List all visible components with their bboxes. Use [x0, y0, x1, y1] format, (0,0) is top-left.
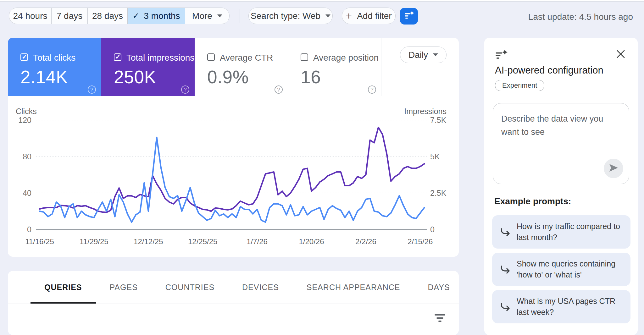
chevron-down-icon	[217, 14, 222, 17]
redo-arrow-icon	[499, 227, 511, 239]
dimensions-table-card: QUERIES PAGES COUNTRIES DEVICES SEARCH A…	[8, 271, 459, 335]
left-axis-title: Clicks	[16, 107, 37, 116]
prompt-chip-queries[interactable]: Show me queries containing 'how to' or '…	[492, 253, 630, 286]
ai-sparkle-filter-icon	[495, 49, 508, 63]
performance-card: ✓ Total clicks 2.14K ? ✓ Total impressio…	[8, 38, 459, 257]
range-24-hours[interactable]: 24 hours	[9, 8, 51, 24]
prompt-chip-usa-ctr[interactable]: What is my USA pages CTR last week?	[492, 290, 630, 323]
x-axis-date-label: 12/25/25	[188, 237, 217, 246]
left-axis-tick: 0	[27, 225, 31, 234]
help-icon[interactable]: ?	[88, 85, 96, 94]
range-label: 24 hours	[13, 11, 47, 21]
metric-tiles: ✓ Total clicks 2.14K ? ✓ Total impressio…	[8, 38, 459, 96]
close-icon[interactable]	[615, 48, 626, 60]
tab-search-appearance[interactable]: SEARCH APPEARANCE	[293, 271, 414, 304]
help-icon[interactable]: ?	[368, 85, 376, 94]
ai-prompt-input[interactable]	[493, 103, 629, 157]
granularity-label: Daily	[408, 50, 428, 60]
ai-sparkle-filter-icon	[403, 10, 415, 22]
tile-total-impressions[interactable]: ✓ Total impressions 250K ?	[101, 38, 195, 96]
left-axis-tick: 40	[23, 189, 31, 197]
left-axis-tick: 120	[18, 116, 31, 124]
help-icon[interactable]: ?	[275, 85, 283, 94]
granularity-dropdown[interactable]: Daily	[400, 47, 447, 63]
x-axis-date-label: 1/7/26	[247, 237, 268, 246]
right-axis-tick: 0	[430, 225, 435, 234]
tile-label: Total impressions	[126, 53, 194, 63]
tile-value: 250K	[114, 67, 156, 87]
checkbox-checked-icon[interactable]: ✓	[20, 53, 28, 61]
tab-queries[interactable]: QUERIES	[31, 271, 96, 304]
range-label: 28 days	[92, 11, 123, 21]
left-axis-tick: 80	[23, 152, 31, 161]
plus-icon: +	[346, 10, 352, 22]
range-28-days[interactable]: 28 days	[87, 8, 127, 24]
send-button[interactable]	[604, 159, 623, 178]
range-3-months[interactable]: ✓ 3 months	[127, 8, 185, 24]
redo-arrow-icon	[499, 301, 511, 313]
check-icon: ✓	[133, 11, 140, 21]
search-type-label: Search type: Web	[251, 11, 320, 21]
range-7-days[interactable]: 7 days	[51, 8, 87, 24]
tile-average-ctr[interactable]: Average CTR 0.9% ?	[195, 38, 288, 96]
more-label: More	[192, 11, 212, 21]
right-axis-title: Impressions	[404, 107, 447, 116]
tile-label: Average position	[313, 53, 379, 63]
x-axis-date-label: 1/20/26	[299, 237, 324, 246]
search-type-dropdown[interactable]: Search type: Web	[248, 8, 333, 24]
example-prompts-list: How is my traffic compared to last month…	[492, 215, 630, 323]
tile-label: Average CTR	[220, 53, 273, 63]
checkbox-checked-icon[interactable]: ✓	[114, 53, 121, 61]
ai-filter-button[interactable]	[400, 8, 418, 25]
range-more-dropdown[interactable]: More	[185, 8, 229, 24]
x-axis-date-label: 2/2/26	[355, 237, 376, 246]
performance-line-chart[interactable]: 120804007.5K5K2.5K0ClicksImpressions11/1…	[9, 105, 459, 250]
x-axis-date-label: 2/15/26	[408, 237, 433, 246]
tabs-divider	[8, 304, 459, 304]
right-axis-tick: 2.5K	[430, 189, 447, 197]
ai-configuration-panel: AI-powered configuration Experiment Exam…	[484, 38, 638, 335]
experiment-badge: Experiment	[495, 80, 544, 91]
range-label: 7 days	[57, 11, 83, 21]
header-bottom-edge	[0, 0, 644, 2]
tile-label: Total clicks	[33, 53, 75, 63]
prompt-chip-traffic[interactable]: How is my traffic compared to last month…	[492, 215, 630, 249]
prompt-text: How is my traffic compared to last month…	[517, 221, 626, 243]
tile-average-position[interactable]: Average position 16 ?	[288, 38, 381, 96]
example-prompts-title: Example prompts:	[494, 196, 571, 206]
chevron-down-icon	[433, 53, 438, 56]
tab-pages[interactable]: PAGES	[96, 271, 152, 304]
tiles-divider	[8, 96, 459, 96]
right-axis-tick: 7.5K	[430, 116, 447, 124]
tab-days[interactable]: DAYS	[414, 271, 459, 304]
tile-value: 0.9%	[207, 67, 249, 87]
add-filter-button[interactable]: + Add filter	[342, 8, 396, 24]
dimension-tabs: QUERIES PAGES COUNTRIES DEVICES SEARCH A…	[31, 271, 459, 304]
prompt-text: What is my USA pages CTR last week?	[517, 296, 626, 318]
send-icon	[608, 163, 619, 174]
date-range-selector: 24 hours 7 days 28 days ✓ 3 months More	[9, 8, 230, 24]
range-label: 3 months	[144, 11, 180, 21]
chevron-down-icon	[325, 14, 330, 17]
last-update-status: Last update: 4.5 hours ago	[528, 12, 633, 22]
checkbox-unchecked-icon[interactable]	[207, 53, 215, 61]
prompt-text: Show me queries containing 'how to' or '…	[517, 258, 626, 280]
toolbar-divider	[240, 9, 240, 23]
add-filter-label: Add filter	[357, 11, 392, 21]
redo-arrow-icon	[499, 264, 511, 276]
tab-countries[interactable]: COUNTRIES	[152, 271, 228, 304]
tile-total-clicks[interactable]: ✓ Total clicks 2.14K ?	[8, 38, 101, 96]
x-axis-date-label: 12/12/25	[134, 237, 163, 246]
right-axis-tick: 5K	[430, 152, 440, 161]
ai-prompt-box	[493, 103, 629, 184]
tab-devices[interactable]: DEVICES	[228, 271, 293, 304]
x-axis-date-label: 11/29/25	[80, 237, 108, 246]
tile-value: 2.14K	[20, 67, 68, 87]
tile-value: 16	[301, 67, 321, 87]
x-axis-date-label: 11/16/25	[25, 237, 54, 246]
table-filter-icon[interactable]	[434, 313, 446, 323]
panel-title: AI-powered configuration	[495, 65, 603, 76]
search-console-performance-page: 24 hours 7 days 28 days ✓ 3 months More …	[0, 0, 644, 335]
checkbox-unchecked-icon[interactable]	[301, 53, 308, 61]
help-icon[interactable]: ?	[181, 85, 189, 94]
